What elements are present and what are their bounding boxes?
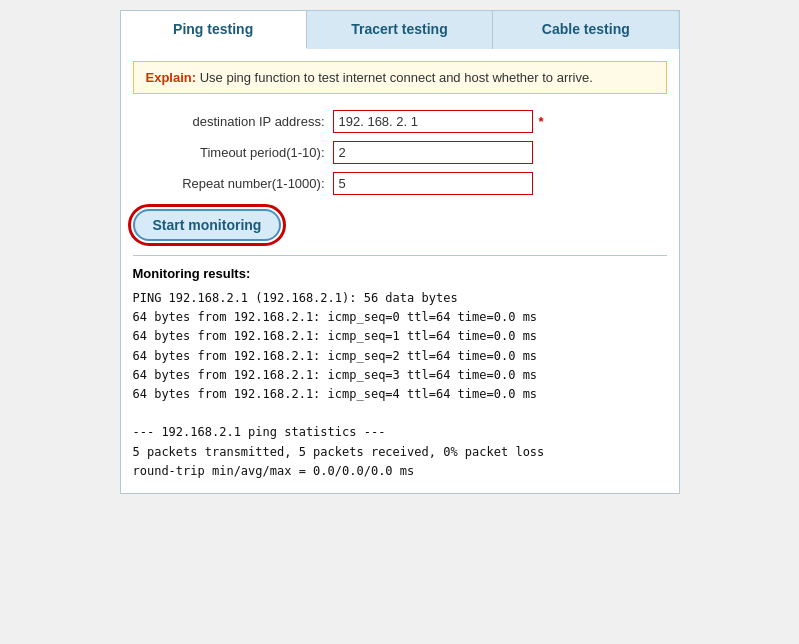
timeout-label: Timeout period(1-10): xyxy=(133,145,333,160)
dest-ip-label: destination IP address: xyxy=(133,114,333,129)
repeat-row: Repeat number(1-1000): xyxy=(133,172,667,195)
tab-content: Explain: Use ping function to test inter… xyxy=(121,49,679,493)
tab-cable[interactable]: Cable testing xyxy=(493,11,678,49)
explain-text: Use ping function to test internet conne… xyxy=(200,70,593,85)
results-label: Monitoring results: xyxy=(133,266,667,281)
repeat-label: Repeat number(1-1000): xyxy=(133,176,333,191)
start-monitoring-button[interactable]: Start monitoring xyxy=(133,209,282,241)
explain-label: Explain: xyxy=(146,70,197,85)
repeat-input[interactable] xyxy=(333,172,533,195)
tab-bar: Ping testing Tracert testing Cable testi… xyxy=(121,11,679,49)
dest-ip-row: destination IP address: * xyxy=(133,110,667,133)
dest-ip-input[interactable] xyxy=(333,110,533,133)
timeout-input[interactable] xyxy=(333,141,533,164)
timeout-row: Timeout period(1-10): xyxy=(133,141,667,164)
required-star: * xyxy=(539,114,544,129)
tab-tracert[interactable]: Tracert testing xyxy=(307,11,493,49)
tab-ping[interactable]: Ping testing xyxy=(121,11,307,49)
results-output: PING 192.168.2.1 (192.168.2.1): 56 data … xyxy=(133,289,667,481)
main-container: Ping testing Tracert testing Cable testi… xyxy=(120,10,680,494)
divider xyxy=(133,255,667,256)
ping-form: destination IP address: * Timeout period… xyxy=(133,110,667,195)
explain-box: Explain: Use ping function to test inter… xyxy=(133,61,667,94)
